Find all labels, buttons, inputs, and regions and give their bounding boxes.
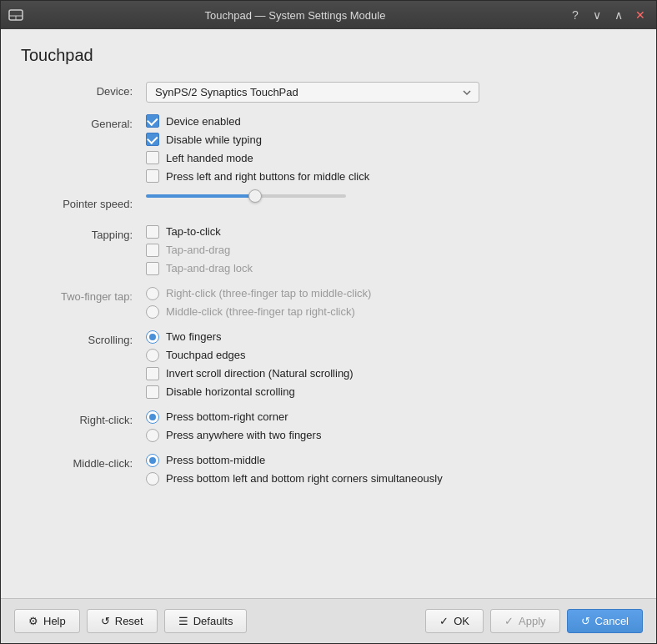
tap-and-drag-lock-label: Tap-and-drag lock [166,262,253,274]
pointer-speed-slider[interactable] [146,194,346,198]
tap-to-click-checkbox[interactable]: Tap-to-click [146,225,636,239]
defaults-icon: ☰ [178,615,188,627]
apply-button[interactable]: ✓ Apply [490,609,560,633]
help-label: Help [43,615,66,627]
bottom-middle-radio-icon [146,454,159,467]
device-row: Device: SynPS/2 Synaptics TouchPad [21,82,636,103]
reset-button[interactable]: ↺ Reset [87,609,158,633]
general-row: General: Device enabled Disable while ty… [21,114,636,183]
cancel-button[interactable]: ↺ Cancel [567,609,643,633]
minimize-button[interactable]: ∨ [588,6,606,24]
two-fingers-right-radio-icon [146,429,159,442]
middle-click-row: Middle-click: Press bottom-middle Press … [21,454,636,486]
right-click-controls: Press bottom-right corner Press anywhere… [146,410,636,442]
scrolling-row: Scrolling: Two fingers Touchpad edges In… [21,330,636,399]
device-enabled-checkbox[interactable]: Device enabled [146,114,636,128]
general-controls: Device enabled Disable while typing Left… [146,114,636,183]
right-click-section-label: Right-click: [21,410,146,430]
device-enabled-label: Device enabled [166,115,241,128]
window: Touchpad — System Settings Module ? ∨ ∧ … [0,0,657,644]
disable-while-typing-checkbox[interactable]: Disable while typing [146,133,636,146]
invert-scroll-label: Invert scroll direction (Natural scrolli… [166,367,354,380]
bottom-corners-radio-icon [146,472,159,486]
scrolling-label: Scrolling: [21,330,146,350]
pointer-speed-slider-wrapper [146,194,346,198]
tap-and-drag-label: Tap-and-drag [166,244,230,256]
press-buttons-label: Press left and right buttons for middle … [166,170,369,183]
window-title: Touchpad — System Settings Module [24,9,566,22]
maximize-button[interactable]: ∧ [609,6,628,24]
titlebar: Touchpad — System Settings Module ? ∨ ∧ … [1,1,656,29]
disable-horizontal-checkbox[interactable]: Disable horizontal scrolling [146,385,636,399]
content-area: Touchpad Device: SynPS/2 Synaptics Touch… [1,29,656,598]
apply-icon: ✓ [504,615,514,627]
help-titlebar-button[interactable]: ? [566,6,584,24]
touchpad-edges-radio[interactable]: Touchpad edges [146,349,636,362]
two-fingers-right-radio[interactable]: Press anywhere with two fingers [146,429,636,442]
titlebar-left [8,7,24,23]
two-finger-tap-controls: Right-click (three-finger tap to middle-… [146,287,636,319]
close-button[interactable]: ✕ [631,6,649,24]
titlebar-controls: ? ∨ ∧ ✕ [566,6,649,24]
defaults-button[interactable]: ☰ Defaults [164,609,248,633]
bottom-corners-radio[interactable]: Press bottom left and bottom right corne… [146,472,636,486]
ok-button[interactable]: ✓ OK [425,609,484,633]
tap-to-click-check-icon [146,225,159,239]
help-icon: ⚙ [28,615,38,627]
ok-icon: ✓ [439,615,449,627]
disable-while-typing-check-icon [146,133,159,146]
ok-label: OK [454,615,469,627]
bottom-right-label: Press bottom-right corner [166,410,288,423]
left-handed-check-icon [146,151,159,164]
disable-horizontal-check-icon [146,385,159,399]
help-button[interactable]: ⚙ Help [14,609,80,633]
invert-scroll-checkbox[interactable]: Invert scroll direction (Natural scrolli… [146,367,636,380]
page-title: Touchpad [21,46,636,65]
tap-and-drag-check-icon [146,244,159,257]
tap-and-drag-checkbox[interactable]: Tap-and-drag [146,244,636,257]
right-click-label: Right-click (three-finger tap to middle-… [166,287,371,299]
middle-click-radio[interactable]: Middle-click (three-finger tap right-cli… [146,305,636,319]
two-fingers-scroll-label: Two fingers [166,330,221,343]
tapping-label: Tapping: [21,225,146,244]
bottom-middle-radio[interactable]: Press bottom-middle [146,454,636,467]
tap-and-drag-lock-check-icon [146,262,159,275]
two-fingers-scroll-radio[interactable]: Two fingers [146,330,636,344]
touchpad-edges-label: Touchpad edges [166,349,245,361]
right-click-radio[interactable]: Right-click (three-finger tap to middle-… [146,287,636,300]
left-handed-label: Left handed mode [166,152,253,164]
middle-click-radio-icon [146,305,159,319]
device-enabled-check-icon [146,114,159,128]
reset-label: Reset [115,615,143,627]
two-fingers-scroll-radio-icon [146,330,159,344]
disable-while-typing-label: Disable while typing [166,133,262,146]
bottom-corners-label: Press bottom left and bottom right corne… [166,472,443,485]
pointer-speed-controls [146,194,636,198]
press-buttons-checkbox[interactable]: Press left and right buttons for middle … [146,169,636,183]
right-click-row: Right-click: Press bottom-right corner P… [21,410,636,442]
settings-form: Device: SynPS/2 Synaptics TouchPad Gener… [21,82,636,486]
touchpad-icon [8,7,24,23]
two-finger-tap-row: Two-finger tap: Right-click (three-finge… [21,287,636,319]
disable-horizontal-label: Disable horizontal scrolling [166,385,295,398]
footer: ⚙ Help ↺ Reset ☰ Defaults ✓ OK ✓ Apply ↺ [1,598,656,643]
tap-and-drag-lock-checkbox[interactable]: Tap-and-drag lock [146,262,636,275]
cancel-label: Cancel [595,615,629,627]
pointer-speed-label: Pointer speed: [21,194,146,214]
tapping-controls: Tap-to-click Tap-and-drag Tap-and-drag l… [146,225,636,275]
middle-click-section-label: Middle-click: [21,454,146,473]
bottom-right-radio[interactable]: Press bottom-right corner [146,410,636,424]
left-handed-checkbox[interactable]: Left handed mode [146,151,636,164]
reset-icon: ↺ [101,615,110,627]
tapping-row: Tapping: Tap-to-click Tap-and-drag Tap-a… [21,225,636,275]
footer-right-buttons: ✓ OK ✓ Apply ↺ Cancel [425,609,643,633]
cancel-icon: ↺ [581,615,590,627]
bottom-middle-label: Press bottom-middle [166,454,265,466]
defaults-label: Defaults [193,615,233,627]
right-click-radio-icon [146,287,159,300]
device-dropdown[interactable]: SynPS/2 Synaptics TouchPad [146,82,479,103]
touchpad-edges-radio-icon [146,349,159,362]
press-buttons-check-icon [146,169,159,183]
pointer-speed-row: Pointer speed: [21,194,636,214]
two-finger-tap-label: Two-finger tap: [21,287,146,306]
